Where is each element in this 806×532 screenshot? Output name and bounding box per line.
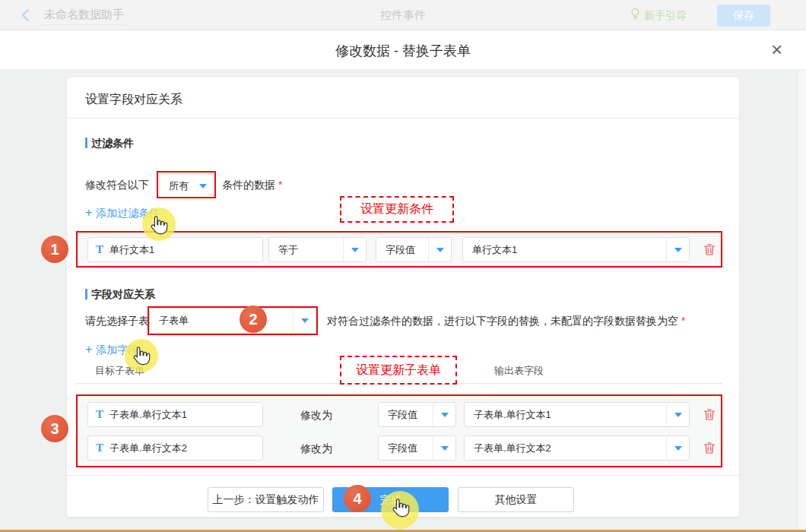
mapping-valuetype-value: 字段值 bbox=[379, 442, 433, 455]
step-badge-4: 4 bbox=[344, 485, 371, 512]
action-label: 修改为 bbox=[300, 409, 332, 423]
chevron-down-icon bbox=[666, 238, 689, 261]
mapping-section-title: 字段对应关系 bbox=[85, 288, 155, 302]
mapping-valuetype-value: 字段值 bbox=[379, 408, 433, 422]
required-mark: * bbox=[278, 179, 282, 191]
plus-icon: + bbox=[85, 206, 92, 219]
app-window: 未命名数据助手 控件事件 新手引导 保存 修改数据 - 替换子表单 × 设置字段… bbox=[0, 0, 806, 532]
step-badge-1: 1 bbox=[41, 236, 68, 263]
filter-value: 单行文本1 bbox=[463, 243, 666, 257]
mapping-target-input[interactable]: T 子表单.单行文本2 bbox=[87, 435, 263, 461]
filter-valuetype-select[interactable]: 字段值 bbox=[376, 237, 452, 262]
chevron-down-icon bbox=[428, 238, 451, 261]
text-field-icon: T bbox=[96, 442, 103, 454]
chevron-down-icon bbox=[343, 238, 366, 261]
previous-step-button[interactable]: 上一步：设置触发动作 bbox=[208, 487, 324, 512]
chevron-down-icon bbox=[666, 436, 689, 460]
modal-title: 修改数据 - 替换子表单 bbox=[0, 42, 806, 60]
settings-card: 设置字段对应关系 过滤条件 修改符合以下 所有 条件的数据* +添加过滤条件 T… bbox=[67, 78, 739, 517]
mapping-valuetype-select[interactable]: 字段值 bbox=[378, 402, 456, 427]
filter-valuetype-value: 字段值 bbox=[376, 243, 428, 257]
subform-select[interactable]: 子表单 bbox=[149, 308, 316, 334]
chevron-down-icon bbox=[193, 174, 213, 198]
plus-icon: + bbox=[85, 343, 92, 356]
text-field-icon: T bbox=[96, 243, 103, 256]
annotation-note-update-subform: 设置更新子表单 bbox=[340, 356, 457, 385]
close-icon[interactable]: × bbox=[771, 40, 782, 59]
hand-cursor-icon bbox=[392, 498, 410, 521]
hand-cursor-icon bbox=[150, 215, 168, 239]
filter-suffix-label: 条件的数据* bbox=[222, 179, 282, 192]
card-title: 设置字段对应关系 bbox=[85, 92, 182, 108]
mapping-output-value: 子表单.单行文本1 bbox=[465, 408, 666, 422]
save-button[interactable]: 保存 bbox=[717, 5, 770, 27]
step-badge-2: 2 bbox=[240, 306, 267, 333]
mapping-output-select[interactable]: 子表单.单行文本1 bbox=[464, 402, 690, 427]
delete-mapping-icon[interactable] bbox=[703, 442, 716, 454]
card-header: 设置字段对应关系 bbox=[67, 78, 739, 119]
delete-filter-icon[interactable] bbox=[703, 243, 716, 256]
chevron-down-icon bbox=[293, 309, 316, 333]
mapping-target-input[interactable]: T 子表单.单行文本1 bbox=[87, 402, 263, 427]
scrollbar-track[interactable] bbox=[798, 70, 806, 532]
column-header-output: 输出表字段 bbox=[494, 364, 544, 378]
filter-field-value: 单行文本1 bbox=[103, 243, 262, 257]
text-field-icon: T bbox=[96, 408, 103, 421]
other-settings-button[interactable]: 其他设置 bbox=[458, 487, 574, 512]
filter-field-input[interactable]: T 单行文本1 bbox=[87, 237, 263, 262]
chevron-down-icon bbox=[666, 403, 689, 426]
match-mode-value: 所有 bbox=[160, 179, 193, 193]
mapping-description: 对符合过滤条件的数据，进行以下字段的替换，未配置的字段数据替换为空* bbox=[327, 315, 685, 328]
filter-rows-group: T 单行文本1 等于 字段值 单行文本1 bbox=[76, 231, 722, 268]
mapping-output-select[interactable]: 子表单.单行文本2 bbox=[464, 435, 690, 461]
filter-value-select[interactable]: 单行文本1 bbox=[462, 237, 690, 262]
lightbulb-icon bbox=[630, 8, 641, 24]
mapping-target-value: 子表单.单行文本1 bbox=[103, 408, 262, 422]
required-mark: * bbox=[681, 315, 685, 327]
match-mode-select[interactable]: 所有 bbox=[159, 173, 214, 198]
hand-cursor-icon bbox=[132, 346, 151, 369]
top-bar: 未命名数据助手 控件事件 新手引导 保存 bbox=[0, 0, 806, 30]
modal-header: 修改数据 - 替换子表单 bbox=[0, 30, 806, 70]
mapping-target-value: 子表单.单行文本2 bbox=[103, 442, 262, 455]
filter-prefix-label: 修改符合以下 bbox=[85, 179, 149, 192]
chevron-down-icon bbox=[433, 403, 455, 426]
filter-operator-select[interactable]: 等于 bbox=[268, 237, 367, 262]
footer-divider bbox=[67, 475, 739, 476]
mapping-output-value: 子表单.单行文本2 bbox=[465, 442, 666, 455]
filter-section-title: 过滤条件 bbox=[85, 137, 134, 150]
mapping-valuetype-select[interactable]: 字段值 bbox=[378, 435, 456, 461]
chevron-down-icon bbox=[433, 436, 455, 460]
step-badge-3: 3 bbox=[41, 415, 68, 442]
guide-label: 新手引导 bbox=[644, 9, 687, 23]
filter-operator-value: 等于 bbox=[269, 243, 343, 257]
action-label: 修改为 bbox=[300, 442, 332, 456]
delete-mapping-icon[interactable] bbox=[703, 408, 716, 421]
subform-value: 子表单 bbox=[150, 314, 293, 328]
annotation-note-update-condition: 设置更新条件 bbox=[340, 196, 454, 223]
guide-button[interactable]: 新手引导 bbox=[630, 8, 687, 24]
mapping-rows-group: T 子表单.单行文本1 修改为 字段值 子表单.单行文本1 T 子表单.单行文本… bbox=[76, 394, 722, 467]
